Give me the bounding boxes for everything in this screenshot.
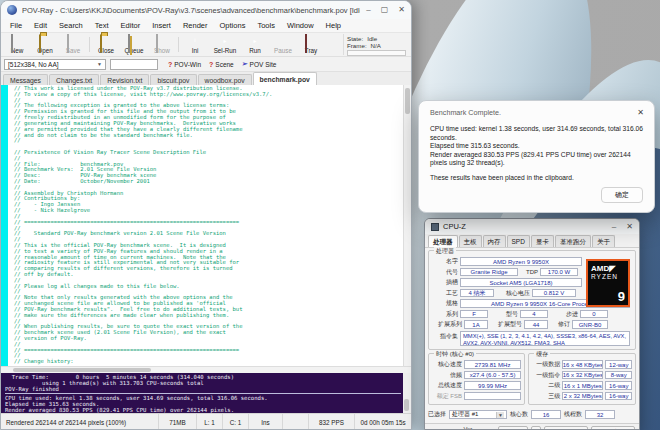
tools-dropdown-arrow[interactable]: ▼ (531, 426, 541, 430)
processor-group: 处理器 AMD◤ RYZEN 9 名字 AMD Ryzen 9 9950X 代号… (428, 250, 636, 350)
minimize-icon[interactable]: – (366, 6, 370, 14)
chevron-down-icon: ▼ (496, 412, 504, 418)
menu-options[interactable]: Options (215, 20, 251, 31)
toolbar-separator (178, 37, 179, 52)
ok-button[interactable]: 确定 (601, 187, 643, 203)
tab-mainboard[interactable]: 主板 (459, 235, 482, 247)
ok-button[interactable]: 确定 (591, 426, 635, 430)
field-label: 扩展系列 (432, 320, 462, 329)
ext-family-field: 1A (464, 320, 488, 329)
codename-field: Granite Ridge (460, 268, 518, 277)
toolbar-show-button[interactable]: Show (148, 34, 176, 55)
field-label: 名字 (432, 257, 458, 266)
threads-label: 线程数 (564, 410, 582, 419)
menu-text[interactable]: Text (90, 20, 114, 31)
scrollbar-thumb[interactable] (405, 88, 410, 114)
frame-label: Frame: (347, 42, 367, 49)
cpuz-version: Ver. 2.17.0.x64 (463, 426, 495, 430)
tab-graphics[interactable]: 显卡 (531, 235, 554, 247)
toolbar-tray-button[interactable]: Tray (297, 34, 325, 55)
toolbar-sel-run-button[interactable]: ▸ Sel-Run (209, 34, 241, 55)
toolbar-ini-button[interactable]: i Ini (181, 34, 209, 55)
toolbar-pause-button[interactable]: Pause (269, 34, 297, 55)
toolbar-close-button[interactable]: Close (92, 34, 120, 55)
close-icon[interactable]: ✕ (626, 223, 633, 231)
tab-memory[interactable]: 内存 (483, 235, 506, 247)
toolbar-new-button[interactable]: New (3, 34, 31, 55)
editor-vertical-scrollbar[interactable] (403, 85, 411, 366)
field-label: 型号 (490, 310, 518, 319)
message-vertical-scrollbar[interactable] (403, 373, 411, 413)
editor-code-area[interactable]: // This work is licensed under the POV-R… (8, 85, 403, 366)
render-options-bar: [512x384, No AA] ▼ ?POV-Win ?Scene ➢POV … (1, 57, 411, 72)
toolbar: New Open Save Close Queue Show (1, 33, 411, 57)
toolbar-queue-button[interactable]: Queue (120, 34, 148, 55)
tab-changes-txt[interactable]: Changes.txt (49, 74, 99, 85)
maximize-icon[interactable]: ▢ (381, 6, 389, 14)
tab-spd[interactable]: SPD (507, 235, 530, 247)
close-icon[interactable]: ✕ (637, 108, 644, 117)
menu-search[interactable]: Search (54, 20, 88, 31)
tab-revision-txt[interactable]: Revision.txt (100, 74, 149, 85)
package-field: Socket AM5 (LGA1718) (460, 278, 582, 287)
stepping-field: 0 (580, 310, 608, 319)
close-icon[interactable]: ✕ (398, 6, 405, 14)
tab-processor[interactable]: 处理器 (428, 235, 458, 247)
field-label: 插槽 (432, 278, 458, 287)
tab-bench[interactable]: 基准跑分 (555, 235, 591, 247)
menu-insert[interactable]: Insert (147, 20, 176, 31)
tab-benchmark-pov[interactable]: benchmark.pov (253, 72, 317, 85)
status-insert-mode: Ins (249, 414, 283, 430)
menu-window[interactable]: Window (282, 20, 319, 31)
tab-biscuit-pov[interactable]: biscuit.pov (150, 74, 196, 85)
validate-button[interactable]: 验证 (544, 426, 588, 430)
menu-edit[interactable]: Edit (29, 20, 52, 31)
minimize-icon[interactable]: – (612, 223, 616, 231)
cores-label: 核心数 (510, 410, 528, 419)
toolbar-run-button[interactable]: ▸ Run (241, 34, 269, 55)
field-label: 修订 (550, 320, 570, 329)
editor-horizontal-scrollbar[interactable] (1, 366, 411, 373)
field-label: 一级数据 (532, 360, 560, 369)
tools-button[interactable]: 工具 (498, 426, 528, 430)
menubar: File Edit Search Text Editor Insert Rend… (1, 19, 411, 33)
field-label: 总线速度 (432, 381, 462, 390)
menu-editor[interactable]: Editor (116, 20, 146, 31)
tab-about[interactable]: 关于 (592, 235, 615, 247)
scrollbar-thumb[interactable] (404, 399, 409, 411)
cpuz-app-icon (431, 223, 439, 231)
menu-tools[interactable]: Tools (252, 20, 280, 31)
benchmark-complete-dialog: Benchmark Complete. ✕ CPU time used: ker… (418, 100, 655, 213)
help-link-scene[interactable]: ?Scene (209, 61, 234, 68)
message-separator (5, 393, 401, 394)
toolbar-open-button[interactable]: Open (31, 34, 59, 55)
command-line-input[interactable] (110, 59, 158, 70)
povray-titlebar[interactable]: POV-Ray - C:\Users\KKJ\Documents\POV-Ray… (1, 1, 411, 19)
field-label: TDP (520, 269, 538, 275)
scrollbar-thumb[interactable] (13, 368, 151, 372)
field-label: 扩展型号 (490, 320, 522, 329)
tab-messages[interactable]: Messages (3, 74, 48, 85)
editor-selection-margin[interactable] (1, 85, 8, 366)
dialog-text-line: Render averaged 830.53 PPS (829.41 PPS C… (430, 151, 643, 168)
window-title: POV-Ray - C:\Users\KKJ\Documents\POV-Ray… (22, 6, 360, 15)
ext-model-field: 44 (524, 320, 548, 329)
processor-select-dropdown[interactable]: 处理器 #1 ▼ (449, 410, 507, 419)
menu-help[interactable]: Help (321, 20, 346, 31)
menu-render[interactable]: Render (178, 20, 213, 31)
tab-woodbox-pov[interactable]: woodbox.pov (198, 74, 252, 85)
help-link-pov-win[interactable]: ?POV-Win (168, 61, 201, 68)
code-editor[interactable]: // This work is licensed under the POV-R… (1, 85, 411, 366)
field-label: 三级 (532, 392, 560, 401)
cache-group: 缓存 一级数据 16 x 48 KBytes 12-way 一级指令 16 x … (528, 353, 636, 405)
red-question-icon: ? (209, 61, 213, 68)
help-link-pov-site[interactable]: ➢POV Site (242, 60, 277, 68)
status-empty (283, 414, 309, 430)
render-preset-dropdown[interactable]: [512x384, No AA] ▼ (4, 59, 106, 70)
cpuz-titlebar[interactable]: CPU-Z – ✕ (425, 219, 639, 234)
toolbar-save-button[interactable]: Save (59, 34, 87, 55)
l2-field: 16 x 1 MBytes (562, 381, 603, 390)
menu-file[interactable]: File (5, 20, 27, 31)
field-label: 系列 (432, 310, 458, 319)
instructions-field: MMX(+), SSE (1, 2, 3, 4.1, 4.2, 4A), SSS… (460, 331, 630, 346)
